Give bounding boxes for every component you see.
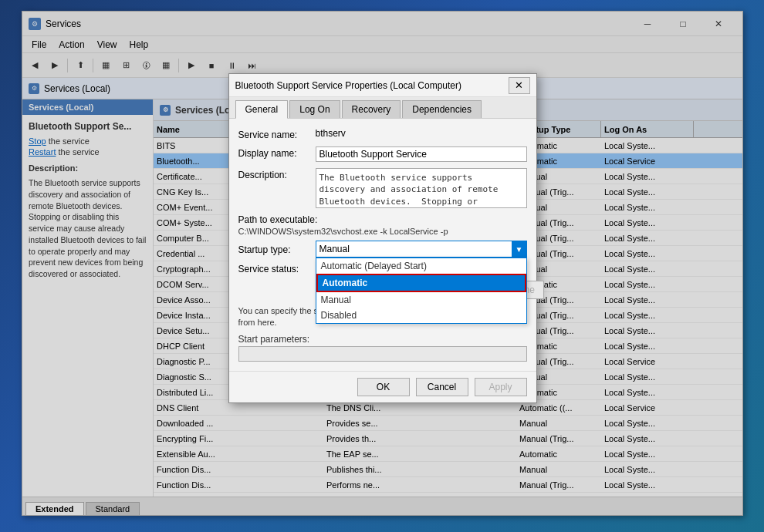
dialog-overlay: Bluetooth Support Service Properties (Lo… (22, 12, 742, 515)
dropdown-option[interactable]: Manual (316, 292, 526, 308)
properties-dialog: Bluetooth Support Service Properties (Lo… (228, 73, 537, 403)
cancel-button[interactable]: Cancel (416, 378, 468, 396)
apply-button[interactable]: Apply (475, 378, 527, 396)
startup-type-dropdown-list[interactable]: Automatic (Delayed Start)AutomaticManual… (316, 258, 527, 324)
dropdown-arrow-icon[interactable]: ▼ (512, 241, 527, 258)
dialog-tab-general[interactable]: General (235, 100, 289, 119)
display-name-input[interactable] (316, 146, 527, 162)
service-status-label: Service status: (238, 264, 316, 274)
path-label: Path to executable: (238, 214, 527, 225)
dialog-content: Service name: bthserv Display name: Desc… (229, 119, 536, 371)
path-value: C:\WINDOWS\system32\svchost.exe -k Local… (238, 227, 527, 236)
start-params-section: Start parameters: (238, 334, 527, 362)
dropdown-option[interactable]: Automatic (Delayed Start) (316, 258, 526, 274)
start-params-input[interactable] (238, 346, 527, 362)
startup-type-dropdown[interactable]: Manual ▼ Automatic (Delayed Start)Automa… (316, 241, 527, 258)
display-name-row: Display name: (238, 146, 527, 162)
dialog-title-bar: Bluetooth Support Service Properties (Lo… (229, 74, 536, 97)
service-name-row: Service name: bthserv (238, 128, 527, 140)
dialog-description-textarea[interactable]: The Bluetooth service supports discovery… (316, 168, 527, 208)
startup-type-label: Startup type: (238, 243, 316, 255)
dropdown-option[interactable]: Disabled (316, 308, 526, 323)
ok-button[interactable]: OK (357, 378, 410, 396)
dialog-description-label: Description: (238, 168, 316, 180)
dialog-close-button[interactable]: ✕ (509, 77, 530, 94)
dialog-tab-dependencies[interactable]: Dependencies (402, 100, 482, 118)
display-name-label: Display name: (238, 146, 316, 159)
path-section: Path to executable: C:\WINDOWS\system32\… (238, 214, 527, 236)
dialog-title: Bluetooth Support Service Properties (Lo… (235, 80, 509, 91)
start-params-label: Start parameters: (238, 334, 527, 345)
service-name-label: Service name: (238, 128, 316, 140)
startup-type-selected[interactable]: Manual (316, 241, 527, 258)
dialog-tab-logon[interactable]: Log On (289, 100, 340, 118)
dialog-tab-recovery[interactable]: Recovery (342, 100, 401, 118)
service-name-value: bthserv (316, 128, 527, 139)
dropdown-option[interactable]: Automatic (316, 274, 526, 292)
main-window: ⚙ Services ─ □ ✕ File Action View Help ◀… (22, 11, 743, 516)
description-row: Description: The Bluetooth service suppo… (238, 168, 527, 208)
dialog-tabs: General Log On Recovery Dependencies (229, 97, 536, 119)
dialog-footer: OK Cancel Apply (229, 371, 536, 402)
startup-type-row: Startup type: Manual ▼ Automatic (Delaye… (238, 241, 527, 258)
